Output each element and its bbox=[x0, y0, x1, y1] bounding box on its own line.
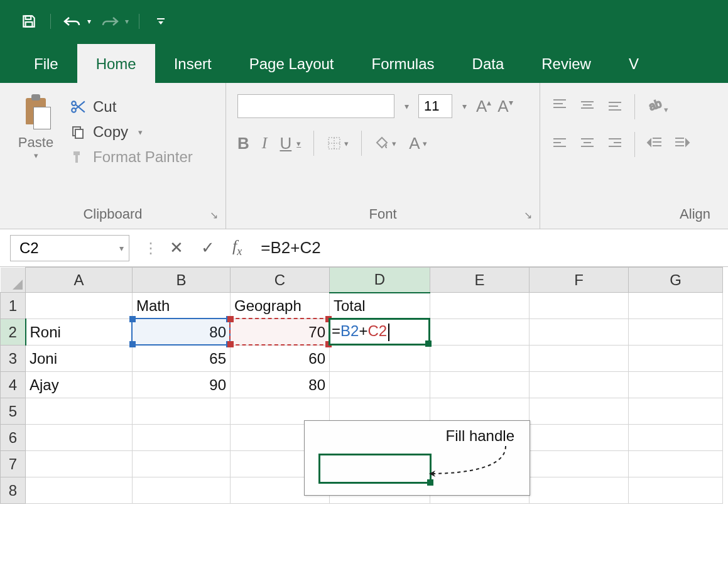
increase-font-size-button[interactable]: A▴ bbox=[476, 97, 491, 116]
cell-F5[interactable] bbox=[530, 398, 629, 425]
cell-A1[interactable] bbox=[26, 293, 133, 319]
cell-G2[interactable] bbox=[629, 319, 723, 346]
cell-B7[interactable] bbox=[133, 451, 231, 477]
cell-D4[interactable] bbox=[330, 372, 430, 398]
row-header-8[interactable]: 8 bbox=[1, 477, 26, 504]
tab-file[interactable]: File bbox=[15, 44, 77, 83]
cell-G1[interactable] bbox=[629, 293, 723, 319]
cell-G5[interactable] bbox=[629, 398, 723, 425]
undo-dropdown-icon[interactable]: ▾ bbox=[87, 17, 91, 26]
orientation-button[interactable]: ab▾ bbox=[646, 97, 668, 116]
insert-function-button[interactable]: fx bbox=[232, 237, 242, 258]
cell-F7[interactable] bbox=[530, 451, 629, 477]
font-name-input[interactable] bbox=[237, 94, 394, 118]
cell-B1[interactable]: Math bbox=[133, 293, 231, 319]
cell-C4[interactable]: 80 bbox=[231, 372, 330, 398]
undo-button[interactable] bbox=[61, 10, 84, 33]
cell-A4[interactable]: Ajay bbox=[26, 372, 133, 398]
copy-dropdown-icon[interactable]: ▾ bbox=[138, 128, 143, 137]
row-header-1[interactable]: 1 bbox=[1, 293, 26, 319]
column-header-C[interactable]: C bbox=[231, 268, 330, 293]
cell-F4[interactable] bbox=[530, 372, 629, 398]
cell-B6[interactable] bbox=[133, 425, 231, 451]
cancel-formula-button[interactable]: ✕ bbox=[170, 238, 183, 258]
save-button[interactable] bbox=[18, 10, 40, 33]
name-box[interactable]: C2 ▾ bbox=[10, 235, 129, 261]
cut-button[interactable]: Cut bbox=[69, 98, 193, 116]
fill-color-button[interactable]: ▾ bbox=[374, 136, 396, 151]
cell-A2[interactable]: Roni bbox=[26, 319, 133, 346]
increase-indent-button[interactable] bbox=[674, 136, 690, 153]
column-header-G[interactable]: G bbox=[629, 268, 723, 293]
cell-D1[interactable]: Total bbox=[330, 293, 430, 319]
cell-G3[interactable] bbox=[629, 346, 723, 372]
customize-qat-button[interactable] bbox=[149, 10, 172, 33]
tab-view[interactable]: V bbox=[610, 44, 658, 83]
cell-E4[interactable] bbox=[430, 372, 530, 398]
copy-button[interactable]: Copy ▾ bbox=[69, 123, 193, 141]
font-size-dropdown-icon[interactable]: ▾ bbox=[457, 101, 471, 111]
font-color-button[interactable]: A▾ bbox=[409, 134, 426, 153]
cell-G8[interactable] bbox=[629, 477, 723, 504]
clipboard-launcher-icon[interactable]: ↘ bbox=[210, 209, 218, 221]
tab-home[interactable]: Home bbox=[77, 44, 155, 83]
row-header-3[interactable]: 3 bbox=[1, 346, 26, 372]
decrease-indent-button[interactable] bbox=[646, 136, 663, 153]
align-left-button[interactable] bbox=[551, 136, 568, 153]
align-top-button[interactable] bbox=[551, 98, 568, 116]
cell-edit-formula[interactable]: =B2+C2 bbox=[332, 322, 389, 341]
cell-E3[interactable] bbox=[430, 346, 530, 372]
column-header-D[interactable]: D bbox=[330, 268, 430, 293]
column-header-F[interactable]: F bbox=[530, 268, 629, 293]
align-bottom-button[interactable] bbox=[607, 98, 623, 116]
row-header-5[interactable]: 5 bbox=[1, 398, 26, 425]
cell-A7[interactable] bbox=[26, 451, 133, 477]
cell-B5[interactable] bbox=[133, 398, 231, 425]
cell-E1[interactable] bbox=[430, 293, 530, 319]
cell-F6[interactable] bbox=[530, 425, 629, 451]
cell-G7[interactable] bbox=[629, 451, 723, 477]
row-header-2[interactable]: 2 bbox=[1, 319, 26, 346]
column-header-B[interactable]: B bbox=[133, 268, 231, 293]
font-size-input[interactable]: 11 bbox=[418, 94, 452, 118]
cell-F3[interactable] bbox=[530, 346, 629, 372]
paste-button[interactable]: Paste bbox=[18, 134, 53, 151]
cell-D3[interactable] bbox=[330, 346, 430, 372]
align-right-button[interactable] bbox=[607, 136, 623, 153]
format-painter-button[interactable]: Format Painter bbox=[69, 148, 193, 166]
italic-button[interactable]: I bbox=[262, 134, 268, 153]
select-all-corner[interactable] bbox=[1, 268, 26, 293]
spreadsheet-grid[interactable]: ABCDEFG1MathGeographTotal2Roni80703Joni6… bbox=[0, 267, 728, 504]
cell-F1[interactable] bbox=[530, 293, 629, 319]
column-header-A[interactable]: A bbox=[26, 268, 133, 293]
formula-bar-input[interactable]: =B2+C2 bbox=[261, 238, 320, 258]
cell-B2[interactable]: 80 bbox=[133, 319, 231, 346]
paste-dropdown-icon[interactable]: ▾ bbox=[34, 151, 38, 160]
align-center-button[interactable] bbox=[579, 136, 595, 153]
cell-F2[interactable] bbox=[530, 319, 629, 346]
cell-B4[interactable]: 90 bbox=[133, 372, 231, 398]
cell-A3[interactable]: Joni bbox=[26, 346, 133, 372]
tab-page-layout[interactable]: Page Layout bbox=[231, 44, 353, 83]
underline-button[interactable]: U▾ bbox=[280, 134, 301, 153]
align-middle-button[interactable] bbox=[579, 98, 595, 116]
font-launcher-icon[interactable]: ↘ bbox=[524, 209, 532, 221]
tab-formulas[interactable]: Formulas bbox=[353, 44, 454, 83]
cell-A5[interactable] bbox=[26, 398, 133, 425]
cell-C3[interactable]: 60 bbox=[231, 346, 330, 372]
row-header-6[interactable]: 6 bbox=[1, 425, 26, 451]
cell-G4[interactable] bbox=[629, 372, 723, 398]
row-header-7[interactable]: 7 bbox=[1, 451, 26, 477]
cell-A6[interactable] bbox=[26, 425, 133, 451]
bold-button[interactable]: B bbox=[237, 134, 249, 153]
cell-E2[interactable] bbox=[430, 319, 530, 346]
tab-data[interactable]: Data bbox=[454, 44, 523, 83]
cell-F8[interactable] bbox=[530, 477, 629, 504]
paste-icon[interactable] bbox=[19, 94, 52, 132]
tab-insert[interactable]: Insert bbox=[155, 44, 231, 83]
cell-B8[interactable] bbox=[133, 477, 231, 504]
cell-C2[interactable]: 70 bbox=[231, 319, 330, 346]
borders-button[interactable]: ▾ bbox=[327, 136, 349, 151]
enter-formula-button[interactable]: ✓ bbox=[201, 238, 215, 258]
tab-review[interactable]: Review bbox=[523, 44, 610, 83]
